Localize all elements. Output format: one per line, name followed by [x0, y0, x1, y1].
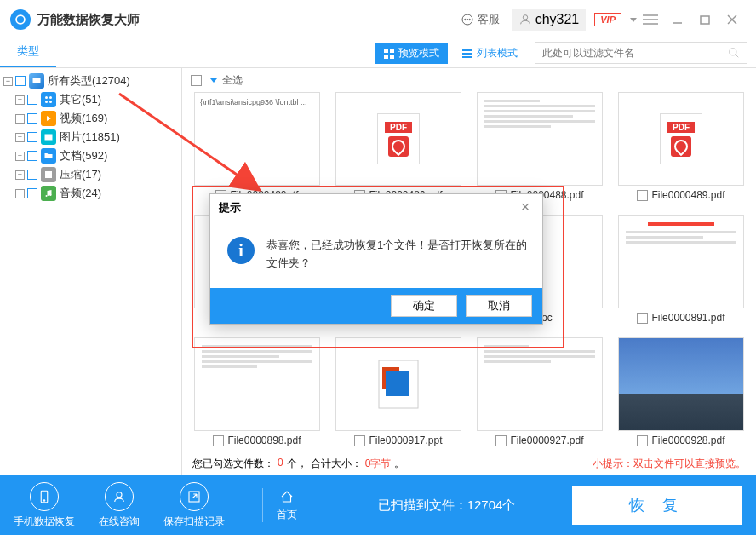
select-dropdown-icon[interactable] [210, 78, 217, 83]
file-item[interactable]: File0000917.ppt [332, 337, 465, 452]
file-item[interactable]: File0000928.pdf [615, 337, 747, 452]
archive-icon [41, 167, 56, 182]
svg-point-25 [45, 101, 48, 103]
dropdown-icon[interactable] [630, 18, 637, 22]
file-item[interactable]: {\rtf1\ansi\ansicpg936 \fonttbl ... File… [191, 92, 324, 206]
svg-point-24 [49, 96, 52, 99]
app-logo-icon [10, 9, 31, 30]
svg-point-33 [50, 194, 52, 196]
action-bar: 手机数据恢复 在线咨询 保存扫描记录 首页 已扫描到文件：12704个 恢 复 [0, 475, 756, 535]
phone-icon [37, 489, 52, 504]
tree-checkbox[interactable] [15, 76, 26, 86]
list-icon [461, 48, 473, 60]
close-button[interactable] [719, 6, 746, 33]
tree-item-archive[interactable]: +压缩(17) [0, 165, 181, 184]
search-box [535, 42, 747, 64]
online-consult-button[interactable]: 在线咨询 [99, 482, 140, 529]
svg-rect-9 [701, 16, 709, 24]
file-checkbox[interactable] [637, 190, 648, 201]
tree-root-label: 所有类型(12704) [48, 73, 130, 89]
maximize-button[interactable] [691, 6, 719, 33]
tree-item-document[interactable]: +文档(592) [0, 147, 181, 165]
scan-status: 已扫描到文件：12704个 [321, 498, 572, 514]
svg-point-2 [467, 19, 467, 20]
svg-rect-12 [384, 49, 388, 53]
dialog: 提示 × i 恭喜您，已经成功恢复1个文件！是否打开恢复所在的文件夹？ 确定 取… [209, 193, 543, 325]
tree-root[interactable]: − 所有类型(12704) [0, 72, 181, 90]
dialog-message: 恭喜您，已经成功恢复1个文件！是否打开恢复所在的文件夹？ [266, 237, 529, 273]
tree-item-other[interactable]: +其它(51) [0, 90, 181, 109]
file-item[interactable]: File0000488.pdf [473, 92, 606, 206]
dialog-close-button[interactable]: × [517, 199, 534, 216]
file-checkbox[interactable] [495, 435, 507, 446]
svg-rect-36 [386, 371, 410, 396]
svg-point-19 [730, 49, 736, 55]
file-item[interactable]: File0000898.pdf [191, 337, 324, 452]
minimize-button[interactable] [664, 6, 691, 33]
video-icon [41, 111, 56, 126]
file-checkbox[interactable] [637, 435, 648, 446]
home-button[interactable]: 首页 [277, 489, 297, 522]
phone-recovery-button[interactable]: 手机数据恢复 [14, 482, 75, 529]
tree-item-video[interactable]: +视频(169) [0, 109, 181, 128]
file-checkbox[interactable] [637, 313, 648, 324]
export-icon [186, 489, 202, 504]
svg-point-4 [523, 15, 527, 20]
svg-rect-18 [462, 56, 472, 58]
svg-point-29 [47, 135, 49, 137]
file-item[interactable]: PDF File0000489.pdf [615, 92, 747, 206]
tree-item-audio[interactable]: +音频(24) [0, 184, 181, 203]
svg-point-1 [464, 19, 465, 20]
file-item[interactable]: PDF File0000486.pdf [332, 92, 465, 206]
file-item[interactable]: File0000891.pdf [615, 215, 747, 329]
svg-rect-17 [462, 53, 472, 55]
search-icon [728, 47, 740, 59]
svg-line-20 [736, 55, 739, 58]
vip-badge: VIP [594, 13, 621, 26]
grid-icon [383, 48, 395, 60]
user-icon [518, 13, 532, 26]
tree-item-image[interactable]: +图片(11851) [0, 128, 181, 147]
preview-mode-button[interactable]: 预览模式 [375, 43, 448, 64]
svg-point-38 [43, 499, 45, 501]
user-icon [112, 489, 127, 504]
recover-button[interactable]: 恢 复 [572, 486, 742, 525]
list-mode-button[interactable]: 列表模式 [453, 43, 526, 64]
svg-rect-28 [45, 135, 53, 141]
svg-rect-30 [45, 171, 52, 178]
save-scan-button[interactable]: 保存扫描记录 [163, 482, 225, 529]
file-item[interactable]: File0000927.pdf [473, 337, 606, 452]
sidebar-tree: − 所有类型(12704) +其它(51) +视频(169) +图片(11851… [0, 68, 182, 475]
file-thumb [618, 337, 744, 431]
user-section[interactable]: chy321 [512, 9, 587, 31]
menu-button[interactable] [637, 6, 664, 33]
svg-point-3 [469, 19, 470, 20]
svg-rect-16 [462, 49, 472, 51]
folder-icon [41, 148, 56, 164]
svg-rect-15 [390, 55, 394, 59]
svg-point-39 [117, 492, 122, 497]
file-thumb: PDF [618, 92, 744, 186]
svg-point-26 [49, 101, 52, 103]
file-thumb [335, 337, 461, 431]
home-icon [279, 489, 295, 504]
select-all-label: 全选 [222, 73, 243, 88]
other-icon [41, 92, 56, 107]
music-icon [41, 186, 56, 201]
select-all-checkbox[interactable] [191, 75, 202, 86]
cancel-button[interactable]: 取消 [466, 295, 532, 317]
tree-collapse-icon[interactable]: − [3, 77, 13, 86]
app-title: 万能数据恢复大师 [37, 12, 140, 28]
file-thumb: {\rtf1\ansi\ansicpg936 \fonttbl ... [194, 92, 320, 186]
dialog-title: 提示 [219, 200, 241, 216]
file-thumb: PDF [335, 92, 461, 186]
monitor-icon [29, 73, 44, 89]
titlebar: 万能数据恢复大师 客服 chy321 VIP [0, 0, 756, 39]
tab-type[interactable]: 类型 [0, 37, 56, 67]
file-checkbox[interactable] [354, 435, 365, 446]
customer-service-button[interactable]: 客服 [454, 9, 507, 31]
search-input[interactable] [542, 47, 728, 59]
svg-marker-27 [47, 116, 51, 121]
file-checkbox[interactable] [213, 435, 224, 446]
ok-button[interactable]: 确定 [391, 295, 457, 317]
